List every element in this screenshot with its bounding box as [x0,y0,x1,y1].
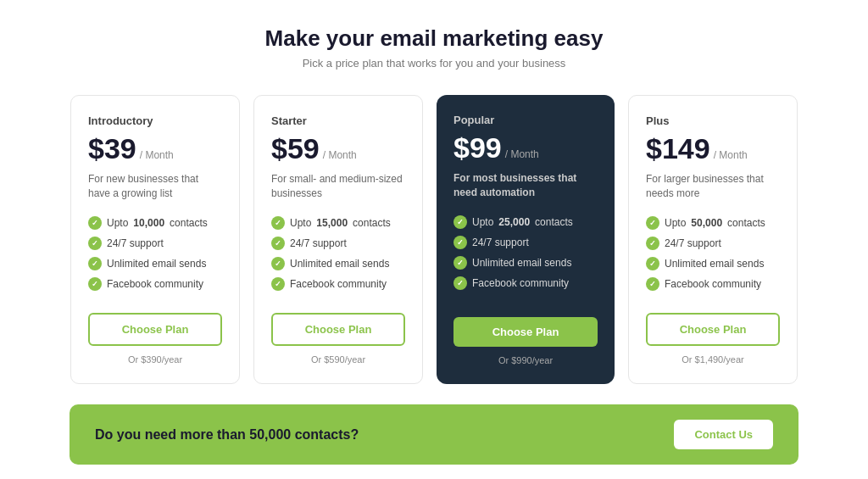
plan-description: For most businesses that need automation [453,171,598,202]
feature-item: Upto 10,000 contacts [88,216,222,230]
feature-item: 24/7 support [453,236,598,249]
plan-period: / Month [714,149,748,161]
check-icon [453,276,467,290]
check-icon [453,215,467,229]
feature-item: Upto 15,000 contacts [271,216,405,230]
plan-price: $39 [88,132,136,165]
check-icon [88,257,102,270]
feature-item: 24/7 support [646,237,780,250]
feature-item: Unlimited email sends [88,257,222,270]
plan-card-plus: Plus $149 / Month For larger businesses … [628,95,798,384]
plan-name: Plus [646,114,780,127]
check-icon [271,257,285,270]
features-list: Upto 10,000 contacts24/7 supportUnlimite… [88,216,222,298]
page-header: Make your email marketing easy Pick a pr… [265,25,604,70]
choose-plan-button[interactable]: Choose Plan [453,317,598,347]
feature-item: 24/7 support [88,237,222,250]
features-list: Upto 25,000 contacts24/7 supportUnlimite… [453,215,598,302]
contact-us-button[interactable]: Contact Us [674,420,773,449]
check-icon [88,216,102,230]
plan-price: $149 [646,132,710,165]
plan-card-introductory: Introductory $39 / Month For new busines… [70,95,240,384]
check-icon [88,277,102,291]
choose-plan-button[interactable]: Choose Plan [88,313,222,346]
choose-plan-button[interactable]: Choose Plan [271,313,405,346]
plan-yearly: Or $590/year [271,354,405,365]
feature-item: Upto 25,000 contacts [453,215,598,229]
plan-price-row: $59 / Month [271,132,405,165]
plan-name: Starter [271,114,405,127]
plan-price-row: $39 / Month [88,132,222,165]
plan-name: Introductory [88,114,222,127]
check-icon [646,237,659,250]
feature-item: Upto 50,000 contacts [646,216,780,230]
feature-item: Unlimited email sends [271,257,405,270]
plan-description: For small- and medium-sized businesses [271,172,405,203]
feature-item: 24/7 support [271,237,405,250]
feature-item: Unlimited email sends [646,257,780,270]
features-list: Upto 15,000 contacts24/7 supportUnlimite… [271,216,405,298]
plan-period: / Month [323,149,357,161]
plan-description: For new businesses that have a growing l… [88,172,222,203]
page-title: Make your email marketing easy [265,25,604,52]
plan-price: $59 [271,132,320,165]
choose-plan-button[interactable]: Choose Plan [646,313,780,346]
check-icon [453,256,467,270]
check-icon [646,216,659,230]
plan-price: $99 [453,131,502,164]
feature-item: Facebook community [646,277,780,291]
feature-item: Facebook community [453,276,598,290]
plan-price-row: $99 / Month [453,131,598,164]
check-icon [88,237,102,250]
check-icon [271,237,285,250]
plan-period: / Month [140,149,174,161]
plan-name: Popular [453,114,598,126]
plans-container: Introductory $39 / Month For new busines… [70,95,798,384]
plan-description: For larger businesses that needs more [646,172,780,203]
plan-card-popular: Popular $99 / Month For most businesses … [437,95,615,384]
check-icon [646,257,659,270]
plan-period: / Month [505,148,539,160]
check-icon [453,236,467,249]
page-subtitle: Pick a price plan that works for you and… [265,57,604,70]
feature-item: Facebook community [88,277,222,291]
plan-price-row: $149 / Month [646,132,780,165]
plan-card-starter: Starter $59 / Month For small- and mediu… [253,95,423,384]
plan-yearly: Or $390/year [88,354,222,365]
check-icon [271,277,285,291]
check-icon [271,216,285,230]
bottom-banner: Do you need more than 50,000 contacts? C… [70,404,798,465]
banner-text: Do you need more than 50,000 contacts? [95,427,359,443]
feature-item: Unlimited email sends [453,256,598,270]
features-list: Upto 50,000 contacts24/7 supportUnlimite… [646,216,780,298]
check-icon [646,277,659,291]
feature-item: Facebook community [271,277,405,291]
plan-yearly: Or $990/year [453,355,598,365]
plan-yearly: Or $1,490/year [646,354,780,365]
